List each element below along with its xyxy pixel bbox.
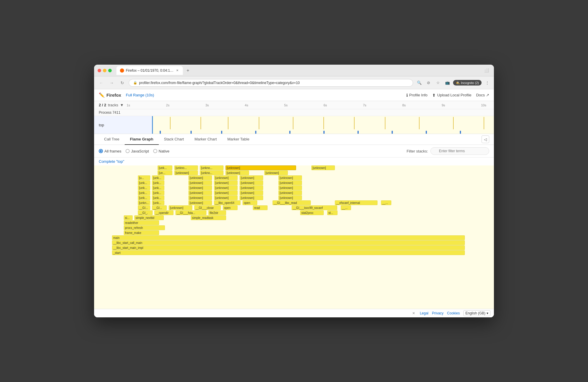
flame-block[interactable]: [unknown] [240, 175, 263, 180]
footer-close-button[interactable]: ✕ [412, 311, 415, 315]
flame-block[interactable]: [unknown] [240, 190, 263, 195]
flame-block[interactable]: _start [112, 250, 465, 255]
flame-block[interactable]: [unk... [152, 190, 164, 195]
track-label-col[interactable]: top [94, 116, 153, 134]
flame-block[interactable]: [unkno... [200, 170, 223, 175]
flame-block[interactable]: [unknown] [240, 185, 263, 190]
flame-block[interactable]: [unk... [138, 180, 150, 185]
flame-block[interactable]: [unknown] [214, 195, 238, 200]
flame-block[interactable]: stat2proc [300, 210, 324, 215]
close-traffic-light[interactable] [98, 69, 101, 72]
cast-icon[interactable]: 📺 [444, 79, 451, 87]
flame-block[interactable]: __libc_open64 [214, 200, 240, 205]
flame-block[interactable]: [unknown] [188, 185, 212, 190]
flame-block[interactable]: [unkno... [200, 165, 223, 170]
url-bar[interactable]: 🔒 profiler.firefox.com/from-file/flame-g… [129, 79, 413, 87]
all-frames-radio[interactable]: All frames [99, 149, 121, 153]
flame-block[interactable]: __GI___close [194, 205, 221, 210]
flame-block[interactable]: [unknown] [278, 185, 302, 190]
footer-legal-link[interactable]: Legal [420, 311, 428, 315]
flame-block[interactable]: [unk... [138, 195, 150, 200]
bookmark-icon[interactable]: ☆ [434, 79, 442, 87]
flame-block[interactable]: [unknown] [188, 195, 212, 200]
footer-privacy-link[interactable]: Privacy [432, 311, 443, 315]
tab-stack-chart[interactable]: Stack Chart [159, 134, 189, 145]
collapse-sidebar-button[interactable]: ◁ [482, 135, 489, 143]
flame-block[interactable]: [unk... [152, 180, 164, 185]
flame-block[interactable]: frame_make [124, 230, 159, 235]
flame-block[interactable]: [unk... [152, 195, 164, 200]
new-tab-button[interactable]: + [184, 67, 192, 74]
flame-block[interactable]: file2str [208, 210, 226, 215]
flame-block[interactable]: __opendir [154, 210, 173, 215]
extensions-button[interactable]: ⬜ [483, 67, 490, 74]
upload-profile-button[interactable]: ⬆ Upload Local Profile [432, 93, 471, 98]
profile-info-button[interactable]: ℹ Profile Info [406, 93, 427, 98]
flame-block[interactable]: [unknown] [188, 190, 212, 195]
flame-block[interactable]: [unknown] [169, 205, 192, 210]
flame-block[interactable]: main [112, 235, 465, 240]
tab-marker-chart[interactable]: Marker Chart [189, 134, 222, 145]
flame-block[interactable]: [unknown] [214, 180, 238, 185]
browser-tab[interactable]: Firefox – 01/01/1970, 0:04:1… ✕ [116, 66, 183, 75]
flame-block[interactable]: [unknown] [240, 180, 263, 185]
flame-block[interactable]: si... [124, 215, 133, 220]
reload-button[interactable]: ↻ [118, 79, 126, 87]
flame-block[interactable]: [un... [158, 170, 172, 175]
docs-button[interactable]: Docs ↗ [476, 93, 489, 97]
flame-block[interactable]: [unk... [152, 175, 164, 180]
flame-block[interactable]: [unknown] [214, 185, 238, 190]
flame-block[interactable]: __vfscanf_internal [335, 200, 377, 205]
flame-block[interactable]: [unk... [138, 190, 150, 195]
flame-block[interactable]: __GI___fsta... [176, 210, 206, 215]
flame-block[interactable]: __GI... [138, 205, 150, 210]
flame-block[interactable]: [unknown] [214, 175, 238, 180]
flamegraph-area[interactable]: [unk... [unkno... [unkno... [unknown] [u… [94, 165, 494, 309]
flame-block[interactable]: [unk... [152, 200, 164, 205]
flame-block[interactable]: [unk... [158, 165, 172, 170]
zoom-icon[interactable]: 🔍 [415, 79, 423, 87]
flame-block[interactable]: __GI_. [138, 210, 153, 215]
tab-close-button[interactable]: ✕ [175, 68, 179, 73]
flame-block[interactable]: __libc_start_call_main [112, 240, 465, 245]
forward-button[interactable]: → [108, 79, 116, 87]
minimize-traffic-light[interactable] [103, 69, 106, 72]
tab-call-tree[interactable]: Call Tree [99, 134, 125, 145]
flame-block[interactable]: [unknown] [188, 200, 212, 205]
tab-marker-table[interactable]: Marker Table [222, 134, 255, 145]
flame-block[interactable]: [unknown] [188, 180, 212, 185]
flame-block[interactable]: __GI___libc_read [273, 200, 311, 205]
language-selector[interactable]: English (GB) ▾ [463, 310, 490, 316]
flame-block[interactable]: __... [341, 205, 351, 210]
flame-block[interactable]: readeither [124, 220, 159, 225]
flame-block[interactable]: simple_readtask [191, 215, 226, 220]
flame-block[interactable]: procs_refresh [124, 225, 165, 230]
footer-cookies-link[interactable]: Cookies [447, 311, 460, 315]
native-radio[interactable]: Native [153, 149, 170, 153]
flame-block[interactable]: __... [381, 200, 391, 205]
tab-flame-graph[interactable]: Flame Graph [125, 134, 158, 145]
flame-block[interactable]: [u... [138, 175, 150, 180]
flame-block[interactable]: [unknown] [278, 180, 302, 185]
flame-block[interactable]: [unknown] [174, 170, 198, 175]
flame-block[interactable]: __GI... [152, 205, 167, 210]
filter-input[interactable] [430, 147, 489, 155]
flame-block[interactable]: read [253, 205, 268, 210]
flame-block[interactable]: [unknown] [225, 170, 249, 175]
flame-block[interactable]: [unkn... [138, 200, 150, 205]
flame-block[interactable]: [unk... [152, 185, 164, 190]
flame-block-selected[interactable]: [unknown] [225, 165, 296, 170]
flame-block[interactable]: [unknown] [278, 175, 302, 180]
flame-block[interactable]: [unknown] [264, 170, 288, 175]
flame-block[interactable]: [unknown] [240, 195, 263, 200]
full-range-button[interactable]: Full Range (10s) [126, 93, 154, 97]
flame-block[interactable]: __libc_start_main_impl [112, 245, 465, 250]
maximize-traffic-light[interactable] [108, 69, 112, 72]
flame-block[interactable]: st... [327, 210, 338, 215]
flame-block[interactable]: [unkno... [174, 165, 198, 170]
reader-view-icon[interactable]: ⊘ [425, 79, 432, 87]
track-visual[interactable] [153, 116, 494, 134]
flame-block[interactable]: open [243, 200, 257, 205]
flame-block[interactable]: [unk... [138, 185, 150, 190]
back-button[interactable]: ← [97, 79, 105, 87]
